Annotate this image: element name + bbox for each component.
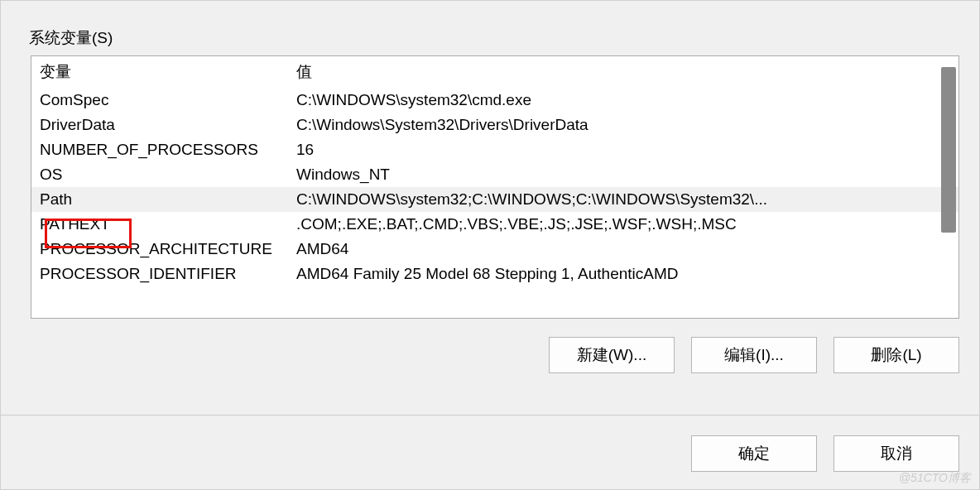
env-variables-dialog: 系统变量(S) 变量 值 ComSpecC:\WINDOWS\system32\… — [0, 0, 980, 490]
table-row[interactable]: PATHEXT.COM;.EXE;.BAT;.CMD;.VBS;.VBE;.JS… — [31, 212, 958, 237]
variable-value-cell: Windows_NT — [288, 162, 958, 187]
scrollbar-track[interactable] — [941, 59, 956, 317]
table-row[interactable]: ComSpecC:\WINDOWS\system32\cmd.exe — [31, 88, 958, 113]
variable-value-cell: 16 — [288, 137, 958, 162]
new-button[interactable]: 新建(W)... — [549, 337, 675, 373]
variable-name-cell: OS — [31, 162, 288, 187]
system-variables-table[interactable]: 变量 值 ComSpecC:\WINDOWS\system32\cmd.exeD… — [31, 56, 958, 286]
table-row[interactable]: OSWindows_NT — [31, 162, 958, 187]
variable-value-cell: C:\WINDOWS\system32\cmd.exe — [288, 88, 958, 113]
cancel-button[interactable]: 取消 — [833, 435, 959, 472]
delete-button[interactable]: 删除(L) — [833, 337, 959, 373]
ok-button[interactable]: 确定 — [691, 435, 817, 472]
variable-name-cell: ComSpec — [31, 88, 288, 113]
variable-value-cell: C:\WINDOWS\system32;C:\WINDOWS;C:\WINDOW… — [288, 187, 958, 212]
table-row[interactable]: PROCESSOR_ARCHITECTUREAMD64 — [31, 237, 958, 262]
variable-name-cell: PROCESSOR_ARCHITECTURE — [31, 237, 288, 262]
edit-button[interactable]: 编辑(I)... — [691, 337, 817, 373]
variable-name-cell: DriverData — [31, 113, 288, 137]
column-header-value[interactable]: 值 — [288, 56, 958, 88]
column-header-name[interactable]: 变量 — [31, 56, 288, 88]
table-wrapper: 变量 值 ComSpecC:\WINDOWS\system32\cmd.exeD… — [31, 55, 959, 319]
variable-name-cell: Path — [31, 187, 288, 212]
table-row[interactable]: NUMBER_OF_PROCESSORS16 — [31, 137, 958, 162]
system-variables-table-container: 变量 值 ComSpecC:\WINDOWS\system32\cmd.exeD… — [31, 55, 959, 319]
variable-value-cell: .COM;.EXE;.BAT;.CMD;.VBS;.VBE;.JS;.JSE;.… — [288, 212, 958, 237]
watermark: @51CTO博客 — [899, 471, 971, 486]
variable-name-cell: PROCESSOR_IDENTIFIER — [31, 262, 288, 286]
variable-value-cell: AMD64 — [288, 237, 958, 262]
dialog-button-row: 确定 取消 — [1, 415, 979, 472]
variable-name-cell: NUMBER_OF_PROCESSORS — [31, 137, 288, 162]
table-row[interactable]: PROCESSOR_IDENTIFIERAMD64 Family 25 Mode… — [31, 262, 958, 286]
scrollbar-thumb[interactable] — [941, 67, 956, 233]
system-variables-button-row: 新建(W)... 编辑(I)... 删除(L) — [17, 337, 959, 373]
variable-name-cell: PATHEXT — [31, 212, 288, 237]
variable-value-cell: AMD64 Family 25 Model 68 Stepping 1, Aut… — [288, 262, 958, 286]
table-row[interactable]: PathC:\WINDOWS\system32;C:\WINDOWS;C:\WI… — [31, 187, 958, 212]
system-variables-group-label: 系统变量(S) — [17, 27, 963, 49]
table-row[interactable]: DriverDataC:\Windows\System32\Drivers\Dr… — [31, 113, 958, 137]
variable-value-cell: C:\Windows\System32\Drivers\DriverData — [288, 113, 958, 137]
